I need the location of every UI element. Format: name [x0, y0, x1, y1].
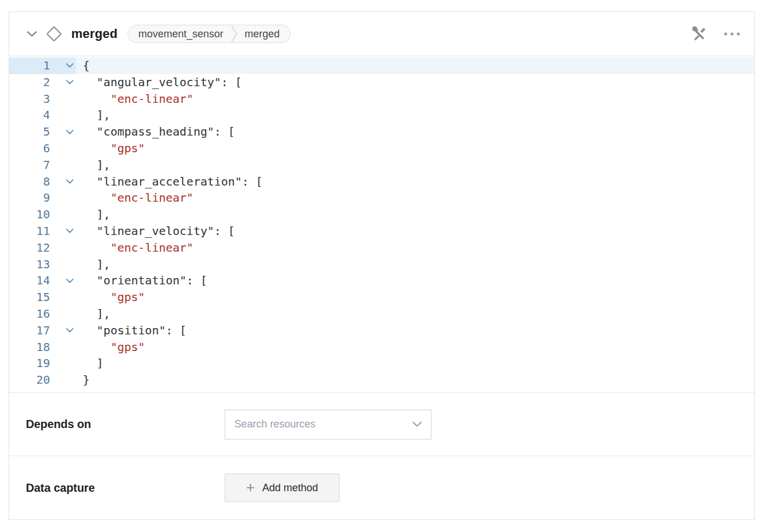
add-method-button[interactable]: + Add method — [225, 473, 340, 502]
fold-gutter — [50, 339, 76, 356]
json-string-token: "gps" — [110, 340, 145, 354]
fold-toggle-icon[interactable] — [50, 57, 76, 74]
json-plain-token: ], — [83, 207, 110, 221]
code-line[interactable]: 9 "enc-linear" — [9, 190, 754, 206]
code-text[interactable]: { — [76, 57, 754, 74]
code-line[interactable]: 6 "gps" — [9, 140, 754, 157]
json-plain-token: "linear_velocity": [ — [83, 224, 235, 238]
tools-button[interactable] — [691, 25, 708, 43]
code-line[interactable]: 12 "enc-linear" — [9, 240, 754, 256]
code-text[interactable]: "enc-linear" — [76, 91, 754, 107]
depends-on-section: Depends on Search resources — [9, 392, 754, 456]
fold-toggle-icon[interactable] — [50, 174, 76, 190]
breadcrumb: movement_sensor merged — [128, 25, 291, 43]
collapse-chevron-icon[interactable] — [25, 27, 38, 41]
line-number: 16 — [9, 306, 50, 322]
json-string-token: "enc-linear" — [110, 191, 194, 205]
fold-gutter — [50, 107, 76, 124]
chevron-down-icon — [413, 422, 422, 427]
fold-gutter — [50, 355, 76, 372]
code-line[interactable]: 15 "gps" — [9, 289, 754, 306]
code-line[interactable]: 8 "linear_acceleration": [ — [9, 174, 754, 190]
fold-gutter — [50, 91, 76, 107]
code-line[interactable]: 3 "enc-linear" — [9, 91, 754, 107]
code-text[interactable]: "enc-linear" — [76, 240, 754, 256]
line-number: 13 — [9, 256, 50, 273]
json-plain-token — [83, 340, 110, 354]
line-number: 11 — [9, 223, 50, 240]
code-line[interactable]: 1{ — [9, 57, 754, 74]
fold-gutter — [50, 289, 76, 306]
code-line[interactable]: 7 ], — [9, 157, 754, 174]
ellipsis-icon — [724, 32, 740, 36]
code-line[interactable]: 11 "linear_velocity": [ — [9, 223, 754, 240]
json-plain-token: ] — [83, 356, 103, 370]
json-plain-token: ], — [83, 257, 110, 271]
code-line[interactable]: 10 ], — [9, 206, 754, 223]
fold-gutter — [50, 190, 76, 206]
line-number: 3 — [9, 91, 50, 107]
fold-gutter — [50, 372, 76, 388]
json-plain-token: "orientation": [ — [83, 273, 207, 287]
fold-toggle-icon[interactable] — [50, 272, 76, 289]
json-plain-token — [83, 290, 110, 304]
code-text[interactable]: "enc-linear" — [76, 190, 754, 206]
json-plain-token: "compass_heading": [ — [83, 125, 235, 138]
code-text[interactable]: ], — [76, 157, 754, 174]
code-text[interactable]: } — [76, 372, 754, 388]
code-text[interactable]: "gps" — [76, 339, 754, 356]
code-text[interactable]: "position": [ — [76, 322, 754, 339]
fold-toggle-icon[interactable] — [50, 223, 76, 240]
plus-icon: + — [246, 480, 255, 495]
code-text[interactable]: ], — [76, 206, 754, 223]
json-string-token: "gps" — [110, 141, 145, 155]
code-line[interactable]: 2 "angular_velocity": [ — [9, 74, 754, 91]
line-number: 12 — [9, 240, 50, 256]
more-options-button[interactable] — [723, 25, 741, 43]
json-plain-token: ], — [83, 158, 110, 172]
line-number: 10 — [9, 206, 50, 223]
search-resources-select[interactable]: Search resources — [225, 410, 431, 440]
line-number: 5 — [9, 124, 50, 140]
code-text[interactable]: "gps" — [76, 140, 754, 157]
code-line[interactable]: 18 "gps" — [9, 339, 754, 356]
code-text[interactable]: "compass_heading": [ — [76, 124, 754, 140]
data-capture-label: Data capture — [26, 481, 225, 495]
add-method-label: Add method — [263, 482, 318, 494]
code-text[interactable]: ], — [76, 256, 754, 273]
card-header: merged movement_sensor merged — [9, 12, 754, 56]
code-line[interactable]: 20} — [9, 372, 754, 388]
code-text[interactable]: "angular_velocity": [ — [76, 74, 754, 91]
code-text[interactable]: "orientation": [ — [76, 272, 754, 289]
code-line[interactable]: 4 ], — [9, 107, 754, 124]
json-plain-token — [83, 141, 110, 155]
fold-gutter — [50, 140, 76, 157]
tools-icon — [692, 26, 708, 42]
code-line[interactable]: 5 "compass_heading": [ — [9, 124, 754, 140]
code-line[interactable]: 17 "position": [ — [9, 322, 754, 339]
line-number: 15 — [9, 289, 50, 306]
code-text[interactable]: "gps" — [76, 289, 754, 306]
code-line[interactable]: 19 ] — [9, 355, 754, 372]
code-text[interactable]: ], — [76, 107, 754, 124]
line-number: 14 — [9, 272, 50, 289]
json-plain-token: ], — [83, 307, 110, 321]
json-plain-token: ], — [83, 108, 110, 122]
code-line[interactable]: 13 ], — [9, 256, 754, 273]
line-number: 7 — [9, 157, 50, 174]
code-text[interactable]: "linear_velocity": [ — [76, 223, 754, 240]
code-text[interactable]: "linear_acceleration": [ — [76, 174, 754, 190]
fold-toggle-icon[interactable] — [50, 74, 76, 91]
json-editor[interactable]: 1{2 "angular_velocity": [3 "enc-linear"4… — [9, 56, 754, 392]
code-line[interactable]: 14 "orientation": [ — [9, 272, 754, 289]
json-string-token: "enc-linear" — [110, 92, 194, 106]
json-plain-token: { — [83, 59, 90, 72]
code-text[interactable]: ] — [76, 355, 754, 372]
code-line[interactable]: 16 ], — [9, 306, 754, 322]
json-plain-token: "angular_velocity": [ — [83, 75, 242, 89]
fold-toggle-icon[interactable] — [50, 124, 76, 140]
code-text[interactable]: ], — [76, 306, 754, 322]
line-number: 17 — [9, 322, 50, 339]
fold-gutter — [50, 306, 76, 322]
fold-toggle-icon[interactable] — [50, 322, 76, 339]
